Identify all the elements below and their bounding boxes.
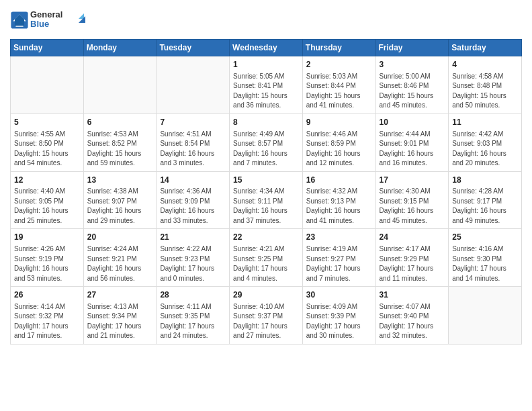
day-number: 16 [306, 175, 372, 186]
day-number: 6 [87, 117, 153, 128]
day-number: 7 [160, 117, 226, 128]
calendar-cell: 14Sunrise: 4:36 AM Sunset: 9:09 PM Dayli… [157, 171, 230, 229]
day-number: 19 [14, 232, 80, 243]
calendar-cell: 9Sunrise: 4:46 AM Sunset: 8:59 PM Daylig… [302, 113, 375, 171]
day-info: Sunrise: 4:14 AM Sunset: 9:32 PM Dayligh… [14, 302, 80, 341]
calendar-cell: 15Sunrise: 4:34 AM Sunset: 9:11 PM Dayli… [230, 171, 303, 229]
day-number: 14 [160, 175, 226, 186]
day-info: Sunrise: 4:28 AM Sunset: 9:17 PM Dayligh… [452, 187, 518, 226]
day-number: 22 [233, 232, 299, 243]
day-info: Sunrise: 4:58 AM Sunset: 8:48 PM Dayligh… [452, 72, 518, 111]
day-number: 24 [380, 232, 445, 243]
calendar-cell: 8Sunrise: 4:49 AM Sunset: 8:57 PM Daylig… [230, 113, 303, 171]
day-number: 8 [233, 117, 299, 128]
calendar-cell: 5Sunrise: 4:55 AM Sunset: 8:50 PM Daylig… [11, 113, 84, 171]
weekday-header-wednesday: Wednesday [230, 40, 303, 56]
day-info: Sunrise: 4:09 AM Sunset: 9:39 PM Dayligh… [306, 302, 372, 341]
day-number: 11 [452, 117, 518, 128]
day-info: Sunrise: 4:34 AM Sunset: 9:11 PM Dayligh… [233, 187, 299, 226]
weekday-header-friday: Friday [375, 40, 449, 56]
calendar-cell: 13Sunrise: 4:38 AM Sunset: 9:07 PM Dayli… [83, 171, 157, 229]
header: General Blue [10, 7, 522, 34]
calendar-cell: 22Sunrise: 4:21 AM Sunset: 9:25 PM Dayli… [230, 229, 303, 287]
calendar-cell: 28Sunrise: 4:11 AM Sunset: 9:35 PM Dayli… [157, 287, 230, 345]
calendar-cell: 19Sunrise: 4:26 AM Sunset: 9:19 PM Dayli… [11, 229, 84, 287]
day-info: Sunrise: 4:36 AM Sunset: 9:09 PM Dayligh… [160, 187, 226, 226]
calendar-cell: 29Sunrise: 4:10 AM Sunset: 9:37 PM Dayli… [230, 287, 303, 345]
day-number: 26 [14, 289, 80, 301]
day-info: Sunrise: 4:17 AM Sunset: 9:29 PM Dayligh… [380, 244, 445, 283]
weekday-header-row: SundayMondayTuesdayWednesdayThursdayFrid… [11, 40, 522, 56]
calendar-cell: 20Sunrise: 4:24 AM Sunset: 9:21 PM Dayli… [83, 229, 157, 287]
day-info: Sunrise: 5:05 AM Sunset: 8:41 PM Dayligh… [233, 72, 299, 111]
calendar-cell: 10Sunrise: 4:44 AM Sunset: 9:01 PM Dayli… [375, 113, 449, 171]
day-number: 30 [306, 289, 372, 301]
calendar-cell: 26Sunrise: 4:14 AM Sunset: 9:32 PM Dayli… [11, 287, 84, 345]
calendar-cell [157, 56, 230, 114]
day-info: Sunrise: 4:46 AM Sunset: 8:59 PM Dayligh… [306, 130, 372, 169]
calendar-cell: 24Sunrise: 4:17 AM Sunset: 9:29 PM Dayli… [375, 229, 449, 287]
day-info: Sunrise: 5:00 AM Sunset: 8:46 PM Dayligh… [380, 72, 445, 111]
day-number: 10 [380, 117, 445, 128]
day-info: Sunrise: 4:40 AM Sunset: 9:05 PM Dayligh… [14, 187, 80, 226]
calendar-cell: 25Sunrise: 4:16 AM Sunset: 9:30 PM Dayli… [449, 229, 522, 287]
day-number: 13 [87, 175, 153, 186]
day-number: 20 [87, 232, 153, 243]
weekday-header-tuesday: Tuesday [157, 40, 230, 56]
week-row-5: 26Sunrise: 4:14 AM Sunset: 9:32 PM Dayli… [11, 287, 522, 345]
day-info: Sunrise: 4:21 AM Sunset: 9:25 PM Dayligh… [233, 244, 299, 283]
weekday-header-saturday: Saturday [449, 40, 522, 56]
day-info: Sunrise: 4:55 AM Sunset: 8:50 PM Dayligh… [14, 130, 80, 169]
day-number: 23 [306, 232, 372, 243]
day-number: 27 [87, 289, 153, 301]
day-info: Sunrise: 4:42 AM Sunset: 9:03 PM Dayligh… [452, 130, 518, 169]
day-info: Sunrise: 4:53 AM Sunset: 8:52 PM Dayligh… [87, 130, 153, 169]
day-number: 4 [452, 59, 518, 71]
day-number: 3 [380, 59, 445, 71]
calendar-cell [83, 56, 157, 114]
week-row-2: 5Sunrise: 4:55 AM Sunset: 8:50 PM Daylig… [11, 113, 522, 171]
week-row-1: 1Sunrise: 5:05 AM Sunset: 8:41 PM Daylig… [11, 56, 522, 114]
calendar-table: SundayMondayTuesdayWednesdayThursdayFrid… [10, 39, 522, 345]
day-info: Sunrise: 4:30 AM Sunset: 9:15 PM Dayligh… [380, 187, 445, 226]
day-info: Sunrise: 4:16 AM Sunset: 9:30 PM Dayligh… [452, 244, 518, 283]
calendar-cell: 30Sunrise: 4:09 AM Sunset: 9:39 PM Dayli… [302, 287, 375, 345]
day-number: 1 [233, 59, 299, 71]
day-info: Sunrise: 4:22 AM Sunset: 9:23 PM Dayligh… [160, 244, 226, 283]
day-number: 15 [233, 175, 299, 186]
weekday-header-sunday: Sunday [11, 40, 84, 56]
calendar-cell: 2Sunrise: 5:03 AM Sunset: 8:44 PM Daylig… [302, 56, 375, 114]
day-info: Sunrise: 4:49 AM Sunset: 8:57 PM Dayligh… [233, 130, 299, 169]
day-info: Sunrise: 4:24 AM Sunset: 9:21 PM Dayligh… [87, 244, 153, 283]
weekday-header-thursday: Thursday [302, 40, 375, 56]
calendar-cell: 21Sunrise: 4:22 AM Sunset: 9:23 PM Dayli… [157, 229, 230, 287]
week-row-4: 19Sunrise: 4:26 AM Sunset: 9:19 PM Dayli… [11, 229, 522, 287]
day-number: 21 [160, 232, 226, 243]
calendar-cell [449, 287, 522, 345]
weekday-header-monday: Monday [83, 40, 157, 56]
day-info: Sunrise: 4:11 AM Sunset: 9:35 PM Dayligh… [160, 302, 226, 341]
day-info: Sunrise: 5:03 AM Sunset: 8:44 PM Dayligh… [306, 72, 372, 111]
svg-marker-7 [79, 13, 84, 19]
day-number: 31 [380, 289, 445, 301]
page: General Blue SundayMondayTuesdayWednesda… [0, 0, 532, 411]
week-row-3: 12Sunrise: 4:40 AM Sunset: 9:05 PM Dayli… [11, 171, 522, 229]
day-info: Sunrise: 4:26 AM Sunset: 9:19 PM Dayligh… [14, 244, 80, 283]
day-info: Sunrise: 4:19 AM Sunset: 9:27 PM Dayligh… [306, 244, 372, 283]
calendar-cell: 12Sunrise: 4:40 AM Sunset: 9:05 PM Dayli… [11, 171, 84, 229]
day-info: Sunrise: 4:38 AM Sunset: 9:07 PM Dayligh… [87, 187, 153, 226]
day-number: 25 [452, 232, 518, 243]
day-info: Sunrise: 4:51 AM Sunset: 8:54 PM Dayligh… [160, 130, 226, 169]
svg-text:General: General [30, 9, 62, 19]
calendar-cell: 23Sunrise: 4:19 AM Sunset: 9:27 PM Dayli… [302, 229, 375, 287]
day-info: Sunrise: 4:44 AM Sunset: 9:01 PM Dayligh… [380, 130, 445, 169]
day-number: 2 [306, 59, 372, 71]
day-info: Sunrise: 4:13 AM Sunset: 9:34 PM Dayligh… [87, 302, 153, 341]
calendar-cell: 4Sunrise: 4:58 AM Sunset: 8:48 PM Daylig… [449, 56, 522, 114]
day-number: 17 [380, 175, 445, 186]
calendar-cell: 1Sunrise: 5:05 AM Sunset: 8:41 PM Daylig… [230, 56, 303, 114]
day-number: 28 [160, 289, 226, 301]
calendar-cell: 3Sunrise: 5:00 AM Sunset: 8:46 PM Daylig… [375, 56, 449, 114]
calendar-cell: 17Sunrise: 4:30 AM Sunset: 9:15 PM Dayli… [375, 171, 449, 229]
day-info: Sunrise: 4:07 AM Sunset: 9:40 PM Dayligh… [380, 302, 445, 341]
